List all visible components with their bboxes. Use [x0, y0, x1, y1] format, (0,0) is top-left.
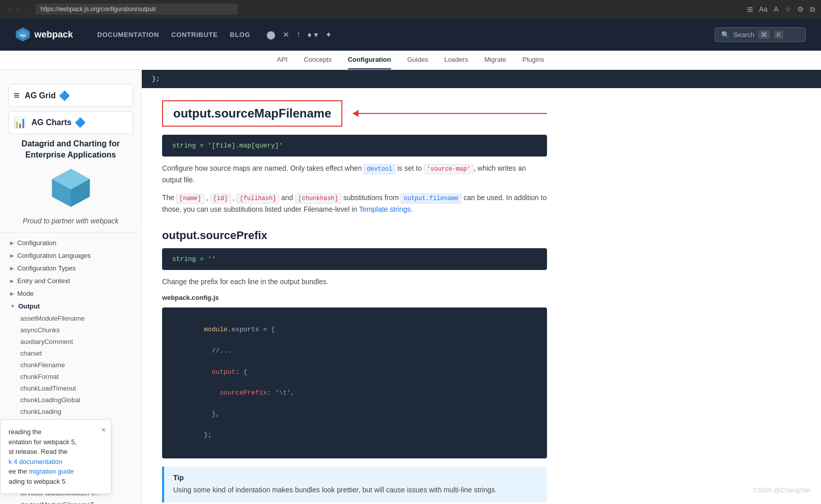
- nav-link-contribute[interactable]: CONTRIBUTE: [171, 31, 218, 38]
- arrow-line: [358, 113, 547, 114]
- chunkhash-sub-code: [chunkhash]: [295, 193, 341, 204]
- sidebar-item-auxiliary-comment[interactable]: auxiliaryComment: [0, 336, 141, 347]
- fullhash-sub-code: [fullhash]: [237, 193, 279, 204]
- theme-icon[interactable]: ✦: [325, 30, 332, 40]
- search-kbd-k: K: [774, 30, 784, 39]
- arrow-right-icon: ▶: [10, 291, 14, 296]
- notification-text2: entation for webpack 5,: [9, 438, 76, 446]
- sidebar-item-asset-module[interactable]: assetModuleFilename: [0, 313, 141, 324]
- notification-close-button[interactable]: ×: [101, 424, 106, 436]
- search-box[interactable]: 🔍 Search ⌘ K: [715, 27, 806, 42]
- browser-font-icon[interactable]: A: [774, 5, 778, 14]
- nav-logo[interactable]: wp webpack: [15, 27, 73, 42]
- ag-grid-icon: ≡: [14, 90, 20, 101]
- webpack-logo-icon: wp: [15, 27, 30, 42]
- url-bar[interactable]: https://webpack.js.org/configuration/out…: [35, 4, 238, 15]
- user-icon[interactable]: ♦ ▾: [307, 30, 318, 40]
- sidebar-item-chunk-filename[interactable]: chunkFilename: [0, 359, 141, 371]
- twitter-icon[interactable]: ✕: [283, 30, 289, 40]
- section2-code: string = '': [162, 248, 547, 270]
- sidebar-item-output[interactable]: ▼ Output: [0, 300, 141, 313]
- ag-grid-logo-icon: 🔷: [59, 90, 70, 101]
- arrow-right-icon: ▶: [10, 253, 14, 258]
- browser-split-icon[interactable]: ⧉: [810, 5, 815, 14]
- ad-description: Datagrid and Charting for Enterprise App…: [8, 138, 133, 161]
- id-sub-code: [id]: [210, 193, 231, 204]
- sidebar-item-config-types[interactable]: ▶ Configuration Types: [0, 262, 141, 275]
- tip1-label: Tip: [173, 474, 538, 482]
- output-filename-link[interactable]: output.filename: [401, 193, 461, 202]
- sidebar-item-mode[interactable]: ▶ Mode: [0, 287, 141, 300]
- sidebar-item-charset[interactable]: charset: [0, 347, 141, 359]
- tab-concepts[interactable]: Concepts: [304, 51, 332, 69]
- sidebar-item-chunk-loading[interactable]: chunkLoading: [0, 406, 141, 417]
- arrow-right-icon: ▶: [10, 240, 14, 246]
- browser-forward-icon[interactable]: ▶: [16, 5, 21, 13]
- notification-text3: st release. Read the: [9, 448, 67, 455]
- tab-guides[interactable]: Guides: [407, 51, 428, 69]
- ag-charts-icon: 📊: [14, 117, 26, 129]
- nav-header: wp webpack DOCUMENTATION CONTRIBUTE BLOG…: [0, 18, 821, 51]
- code-prev: };: [142, 70, 821, 88]
- main-content: }; output.sourceMapFilename string = '[f…: [142, 70, 821, 504]
- sidebar-item-entry-context[interactable]: ▶ Entry and Context: [0, 275, 141, 287]
- main-layout: ≡ AG Grid 🔷 📊 AG Charts 🔷 Datagrid: [0, 70, 821, 504]
- tab-loaders[interactable]: Loaders: [444, 51, 468, 69]
- sidebar-item-chunk-format[interactable]: chunkFormat: [0, 371, 141, 382]
- browser-back-icon[interactable]: ◀: [6, 5, 12, 13]
- name-sub-code: [name]: [176, 193, 204, 204]
- webpack-config-label: webpack.config.js: [162, 294, 547, 301]
- search-label: Search: [733, 31, 754, 38]
- tab-migrate[interactable]: Migrate: [484, 51, 506, 69]
- sub-nav: API Concepts Configuration Guides Loader…: [0, 51, 821, 70]
- sidebar-item-configuration[interactable]: ▶ Configuration: [0, 237, 141, 249]
- red-arrow: [353, 110, 547, 117]
- search-icon: 🔍: [721, 31, 729, 38]
- tip1-text: Using some kind of indentation makes bun…: [173, 485, 538, 495]
- browser-icons: ⊞ Aa A ☆ ⚙ ⧉: [747, 5, 815, 14]
- nav-icons: ⬤ ✕ ↑ ♦ ▾ ✦: [266, 30, 332, 40]
- template-strings-link[interactable]: Template strings: [359, 205, 411, 213]
- ag-charts-badge[interactable]: 📊 AG Charts 🔷: [8, 111, 133, 134]
- tab-api[interactable]: API: [277, 51, 288, 69]
- notification-link2[interactable]: migration guide: [29, 468, 74, 475]
- github-icon[interactable]: ⬤: [266, 30, 276, 40]
- nav-link-documentation[interactable]: DOCUMENTATION: [97, 31, 159, 38]
- browser-reader-icon[interactable]: Aa: [759, 5, 768, 14]
- svg-text:wp: wp: [19, 33, 25, 37]
- section1-desc1: Configure how source maps are named. Onl…: [162, 163, 547, 186]
- sidebar-item-config-languages[interactable]: ▶ Configuration Languages: [0, 249, 141, 262]
- browser-favorite-icon[interactable]: ☆: [785, 5, 791, 14]
- ag-charts-logo-icon: 🔷: [74, 117, 86, 128]
- source-map-code: 'source-map': [424, 164, 474, 174]
- sidebar-item-async-chunks[interactable]: asyncChunks: [0, 324, 141, 336]
- section1-desc2: The [name] , [id] , [fullhash] and [chun…: [162, 192, 547, 215]
- npm-icon[interactable]: ↑: [296, 30, 300, 39]
- partner-text: Proud to partner with webpack: [8, 216, 133, 226]
- ag-charts-label: AG Charts: [31, 118, 71, 127]
- tab-plugins[interactable]: Plugins: [523, 51, 544, 69]
- notification-toast: × reading the entation for webpack 5, st…: [0, 419, 111, 494]
- sidebar-item-chunk-load-timeout[interactable]: chunkLoadTimeout: [0, 382, 141, 394]
- section1-heading-area: output.sourceMapFilename: [162, 100, 547, 127]
- browser-extensions-icon[interactable]: ⊞: [747, 5, 753, 14]
- arrow-right-icon: ▶: [10, 265, 14, 271]
- content-body: output.sourceMapFilename string = '[file…: [142, 88, 567, 504]
- section2-title: output.sourcePrefix: [162, 229, 547, 242]
- ag-grid-badge[interactable]: ≡ AG Grid 🔷: [8, 84, 133, 107]
- section2-code-block: module.exports = { //... output: { sourc…: [162, 307, 547, 458]
- notification-link1[interactable]: k 4 documentation: [9, 458, 62, 466]
- section2-desc: Change the prefix for each line in the o…: [162, 276, 547, 287]
- browser-settings-icon[interactable]: ⚙: [797, 5, 804, 14]
- section1-code: string = '[file].map[query]': [162, 135, 547, 157]
- nav-link-blog[interactable]: BLOG: [230, 31, 250, 38]
- section1-title: output.sourceMapFilename: [173, 106, 331, 121]
- tab-configuration[interactable]: Configuration: [348, 51, 391, 69]
- sidebar-item-chunk-loading-global[interactable]: chunkLoadingGlobal: [0, 394, 141, 406]
- arrow-wrapper: output.sourceMapFilename: [162, 100, 547, 127]
- notification-text4: ee the: [9, 468, 29, 475]
- browser-reload-icon[interactable]: ↻: [25, 5, 31, 13]
- notification-text5: ading to webpack 5.: [9, 478, 67, 485]
- search-kbd-ctrl: ⌘: [758, 30, 770, 39]
- sidebar-item-devtool-module[interactable]: devtoolModuleFilenameT...: [0, 499, 141, 504]
